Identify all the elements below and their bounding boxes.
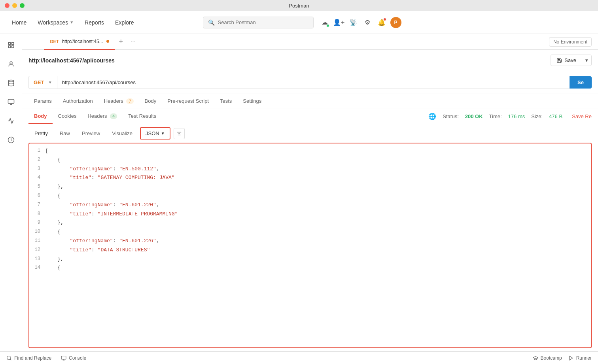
code-line: 10 { — [29, 228, 591, 237]
header: Home Workspaces ▼ Reports Explore 🔍 ☁ 👤+… — [0, 11, 598, 34]
response-status: 🌐 Status: 200 OK Time: 176 ms Size: 476 … — [428, 113, 592, 120]
sidebar-environments-icon[interactable] — [3, 75, 19, 91]
code-line: 11 "offeringName": "EN.601.226", — [29, 237, 591, 246]
request-url-display: http://localhost:4567/api/courses — [28, 57, 115, 64]
tab-params[interactable]: Params — [28, 94, 57, 109]
main-nav: Home Workspaces ▼ Reports Explore — [6, 16, 140, 29]
view-tab-raw[interactable]: Raw — [54, 128, 76, 139]
request-url-bar: http://localhost:4567/api/courses Save ▾ — [22, 50, 598, 71]
code-line: 12 "title": "DATA STRUCTURES" — [29, 246, 591, 255]
code-line: 2 { — [29, 156, 591, 165]
svg-rect-1 — [11, 42, 13, 44]
minimize-button[interactable] — [12, 3, 17, 8]
svg-point-11 — [7, 356, 11, 359]
tab-url: http://localhost:45... — [62, 39, 103, 44]
new-tab-button[interactable]: + — [115, 36, 127, 48]
nav-reports[interactable]: Reports — [79, 16, 110, 29]
tab-method: GET — [50, 39, 59, 44]
svg-rect-6 — [8, 99, 14, 104]
json-format-selector[interactable]: JSON ▼ — [140, 127, 170, 140]
avatar[interactable]: P — [390, 16, 402, 29]
notification-badge — [383, 18, 386, 21]
search-input[interactable] — [218, 19, 289, 25]
code-line: 4 "title": "GATEWAY COMPUTING: JAVA" — [29, 174, 591, 183]
response-size: 476 B — [549, 113, 562, 119]
close-button[interactable] — [5, 3, 9, 8]
tab-bar: GET http://localhost:45... + ··· No Envi… — [22, 34, 598, 50]
sidebar-collections-icon[interactable] — [3, 37, 19, 53]
request-tab[interactable]: GET http://localhost:45... — [44, 34, 115, 50]
svg-rect-3 — [8, 46, 10, 48]
save-dropdown-button[interactable]: ▾ — [582, 55, 592, 66]
code-line: 8 "title": "INTERMEDIATE PROGRAMMING" — [29, 210, 591, 219]
runner-button[interactable]: Runner — [568, 355, 592, 361]
environment-selector[interactable]: No Environment — [549, 37, 592, 47]
save-response-button[interactable]: Save Re — [572, 113, 592, 119]
svg-point-5 — [8, 80, 14, 82]
resp-headers-badge: 4 — [110, 113, 117, 119]
more-tabs-button[interactable]: ··· — [127, 37, 139, 47]
sidebar-history-icon[interactable] — [3, 132, 19, 148]
resp-tab-cookies[interactable]: Cookies — [53, 109, 82, 124]
bootcamp-button[interactable]: Bootcamp — [533, 355, 562, 361]
code-line: 1 [ — [29, 147, 591, 156]
save-button[interactable]: Save — [551, 55, 582, 66]
svg-rect-2 — [11, 46, 13, 48]
resp-tab-testresults[interactable]: Test Results — [123, 109, 162, 124]
notifications-icon[interactable]: 🔔 — [375, 16, 388, 29]
code-line: 6 { — [29, 192, 591, 201]
main-layout: GET http://localhost:45... + ··· No Envi… — [0, 34, 598, 351]
settings-icon[interactable]: ⚙ — [361, 16, 374, 29]
json-response-area[interactable]: 1 [ 2 { 3 "offeringName": "EN.500.112", … — [28, 143, 592, 348]
tab-headers[interactable]: Headers 7 — [98, 94, 139, 109]
resp-tab-body[interactable]: Body — [28, 109, 53, 124]
svg-rect-13 — [61, 356, 66, 359]
svg-point-4 — [10, 62, 12, 64]
search-icon: 🔍 — [208, 19, 215, 26]
find-replace-button[interactable]: Find and Replace — [6, 355, 51, 361]
tab-authorization[interactable]: Authorization — [57, 94, 98, 109]
method-url-row: GET ▼ Se — [22, 71, 598, 94]
view-tab-pretty[interactable]: Pretty — [28, 128, 54, 139]
nav-explore[interactable]: Explore — [110, 16, 139, 29]
api-network-icon[interactable]: 📡 — [347, 16, 360, 29]
view-tab-preview[interactable]: Preview — [76, 128, 106, 139]
console-button[interactable]: Console — [61, 355, 86, 361]
content-area: GET http://localhost:45... + ··· No Envi… — [22, 34, 598, 351]
sync-icon[interactable]: ☁ — [318, 16, 331, 29]
tab-prerequest[interactable]: Pre-request Script — [162, 94, 214, 109]
globe-icon[interactable]: 🌐 — [428, 113, 436, 120]
body-viewer: Pretty Raw Preview Visualize JSON ▼ 1 — [22, 124, 598, 351]
code-line: 7 "offeringName": "EN.601.220", — [29, 201, 591, 210]
left-sidebar — [0, 34, 22, 351]
send-button[interactable]: Se — [570, 76, 592, 89]
footer-right: Bootcamp Runner — [533, 355, 592, 361]
maximize-button[interactable] — [20, 3, 25, 8]
footer: Find and Replace Console Bootcamp Runner — [0, 351, 598, 364]
response-time: 176 ms — [508, 113, 525, 119]
sidebar-monitors-icon[interactable] — [3, 113, 19, 129]
sidebar-apis-icon[interactable] — [3, 56, 19, 72]
url-input[interactable] — [57, 76, 570, 89]
sync-status-dot — [326, 24, 329, 27]
svg-marker-16 — [570, 356, 573, 360]
resp-tab-headers[interactable]: Headers 4 — [82, 109, 123, 124]
invite-icon[interactable]: 👤+ — [333, 16, 345, 29]
tab-tests[interactable]: Tests — [214, 94, 237, 109]
title-bar: Postman — [0, 0, 598, 11]
nav-workspaces[interactable]: Workspaces ▼ — [32, 16, 79, 29]
response-section: Body Cookies Headers 4 Test Results 🌐 St… — [22, 109, 598, 351]
method-selector[interactable]: GET ▼ — [28, 76, 57, 89]
nav-home[interactable]: Home — [6, 16, 32, 29]
status-code: 200 OK — [465, 113, 483, 119]
search-bar[interactable]: 🔍 — [203, 17, 314, 28]
tab-settings[interactable]: Settings — [237, 94, 267, 109]
filter-icon[interactable] — [174, 128, 185, 139]
svg-line-12 — [10, 359, 11, 360]
user-avatar: P — [390, 17, 401, 28]
view-tab-visualize[interactable]: Visualize — [106, 128, 138, 139]
app-title: Postman — [289, 3, 309, 9]
tab-body[interactable]: Body — [139, 94, 162, 109]
sidebar-mock-servers-icon[interactable] — [3, 94, 19, 110]
view-tabs: Pretty Raw Preview Visualize JSON ▼ — [28, 127, 592, 140]
